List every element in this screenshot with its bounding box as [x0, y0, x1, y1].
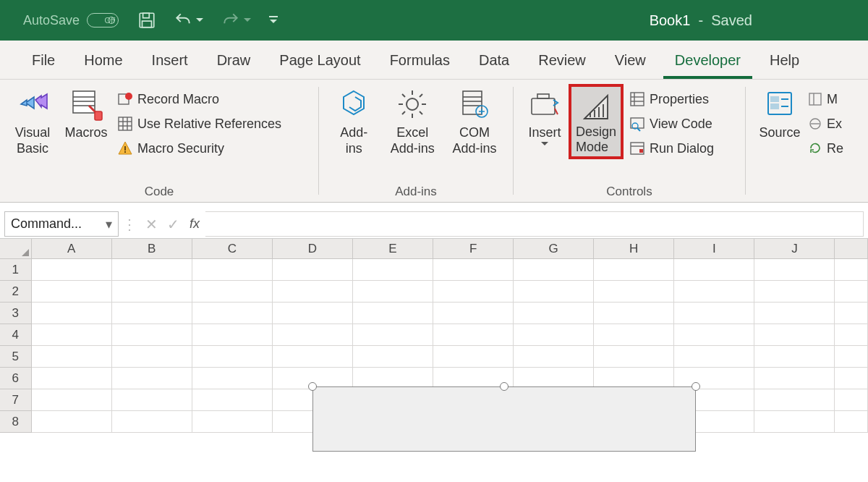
cell[interactable] — [192, 259, 273, 281]
autosave-toggle[interactable]: AutoSave Off — [23, 13, 119, 28]
cell[interactable] — [32, 389, 112, 411]
cell[interactable] — [754, 281, 835, 303]
cell[interactable] — [514, 324, 594, 346]
cell[interactable] — [594, 324, 674, 346]
select-all-corner[interactable] — [0, 239, 32, 259]
toggle-pill[interactable]: Off — [87, 13, 119, 28]
source-button[interactable]: Source — [753, 84, 807, 159]
tab-draw[interactable]: Draw — [203, 45, 265, 79]
cell[interactable] — [192, 281, 273, 303]
chevron-down-icon[interactable] — [243, 16, 252, 25]
cell[interactable] — [754, 389, 835, 411]
cell[interactable] — [273, 281, 353, 303]
tab-review[interactable]: Review — [524, 45, 600, 79]
cell[interactable] — [594, 281, 674, 303]
cell[interactable] — [754, 411, 835, 433]
row-header[interactable]: 8 — [0, 411, 32, 433]
formula-input[interactable] — [205, 211, 864, 237]
row-header[interactable]: 3 — [0, 303, 32, 324]
com-addins-button[interactable]: COM Add-ins — [443, 84, 506, 156]
cell[interactable] — [32, 411, 112, 433]
cell[interactable] — [433, 281, 514, 303]
col-header[interactable] — [835, 239, 868, 259]
qat-customize-icon[interactable] — [268, 14, 279, 26]
cell[interactable] — [353, 324, 433, 346]
col-header[interactable]: H — [594, 239, 674, 259]
macros-button[interactable]: Macros — [58, 84, 114, 159]
enter-icon[interactable]: ✓ — [162, 210, 184, 238]
chevron-down-icon[interactable] — [195, 16, 204, 25]
tab-file[interactable]: File — [17, 45, 69, 79]
record-macro-button[interactable]: Record Macro — [117, 88, 281, 110]
cell[interactable] — [112, 281, 192, 303]
cell[interactable] — [754, 303, 835, 324]
cell[interactable] — [835, 303, 868, 324]
cell[interactable] — [754, 324, 835, 346]
macro-security-button[interactable]: Macro Security — [117, 138, 281, 159]
tab-view[interactable]: View — [600, 45, 660, 79]
cell[interactable] — [514, 259, 594, 281]
refresh-data-button[interactable]: Re — [808, 138, 843, 159]
cell[interactable] — [112, 259, 192, 281]
cell[interactable] — [353, 303, 433, 324]
cell[interactable] — [594, 259, 674, 281]
cell[interactable] — [754, 259, 835, 281]
cell[interactable] — [674, 259, 754, 281]
row-header[interactable]: 7 — [0, 389, 32, 411]
cell[interactable] — [192, 411, 273, 433]
visual-basic-button[interactable]: Visual Basic — [7, 84, 58, 159]
name-box[interactable]: Command... ▾ — [4, 211, 119, 237]
cell[interactable] — [112, 368, 192, 389]
cell[interactable] — [835, 324, 868, 346]
properties-button[interactable]: Properties — [629, 88, 714, 110]
cell[interactable] — [433, 303, 514, 324]
expansion-packs-button[interactable]: Ex — [808, 113, 843, 135]
cell[interactable] — [835, 368, 868, 389]
run-dialog-button[interactable]: Run Dialog — [629, 138, 714, 159]
cell[interactable] — [835, 259, 868, 281]
use-relative-references-button[interactable]: Use Relative References — [117, 113, 281, 135]
col-header[interactable]: G — [514, 239, 594, 259]
cell[interactable] — [514, 346, 594, 368]
cell[interactable] — [353, 259, 433, 281]
more-icon[interactable]: ⋮ — [119, 210, 140, 238]
cell[interactable] — [433, 324, 514, 346]
cell[interactable] — [32, 324, 112, 346]
cell[interactable] — [514, 303, 594, 324]
cell[interactable] — [192, 389, 273, 411]
cell[interactable] — [674, 346, 754, 368]
cell[interactable] — [32, 259, 112, 281]
map-properties-button[interactable]: M — [808, 88, 843, 110]
insert-control-button[interactable]: Insert — [521, 84, 569, 159]
cell[interactable] — [353, 346, 433, 368]
col-header[interactable]: A — [32, 239, 112, 259]
cell[interactable] — [192, 368, 273, 389]
design-mode-button[interactable]: Design Mode — [571, 87, 621, 155]
cell[interactable] — [273, 346, 353, 368]
cell[interactable] — [433, 259, 514, 281]
chevron-down-icon[interactable]: ▾ — [106, 216, 112, 232]
cell[interactable] — [674, 281, 754, 303]
cell[interactable] — [112, 324, 192, 346]
cell[interactable] — [754, 368, 835, 389]
row-header[interactable]: 1 — [0, 259, 32, 281]
cancel-icon[interactable]: ✕ — [140, 210, 162, 238]
resize-handle-icon[interactable] — [692, 382, 700, 391]
cell[interactable] — [32, 303, 112, 324]
cell[interactable] — [594, 303, 674, 324]
undo-button[interactable] — [172, 11, 204, 30]
cell[interactable] — [192, 303, 273, 324]
excel-addins-button[interactable]: Excel Add-ins — [381, 84, 443, 156]
cell[interactable] — [514, 281, 594, 303]
cell[interactable] — [192, 324, 273, 346]
save-icon[interactable] — [137, 11, 156, 30]
cell[interactable] — [273, 324, 353, 346]
col-header[interactable]: I — [674, 239, 754, 259]
fx-button[interactable]: fx — [184, 210, 205, 238]
cell[interactable] — [32, 368, 112, 389]
col-header[interactable]: E — [353, 239, 433, 259]
cell[interactable] — [353, 281, 433, 303]
cell[interactable] — [594, 346, 674, 368]
col-header[interactable]: B — [112, 239, 192, 259]
redo-button[interactable] — [220, 11, 252, 30]
